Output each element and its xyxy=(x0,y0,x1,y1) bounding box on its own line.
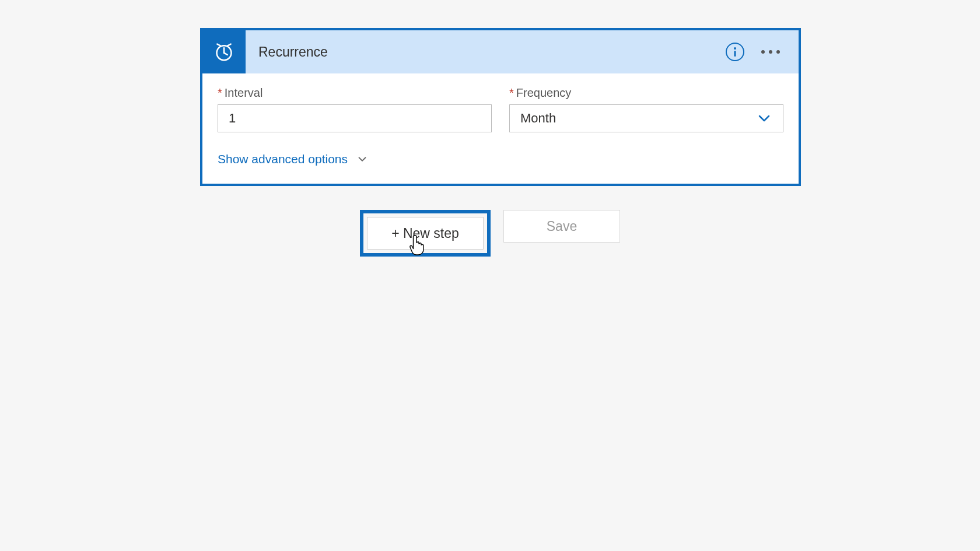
new-step-label: + New step xyxy=(391,226,459,241)
card-header-actions xyxy=(725,42,799,62)
new-step-button[interactable]: + New step xyxy=(367,217,484,250)
interval-label: *Interval xyxy=(218,86,492,100)
show-advanced-options-link[interactable]: Show advanced options xyxy=(218,152,369,166)
svg-line-3 xyxy=(217,44,221,46)
frequency-label: *Frequency xyxy=(509,86,783,100)
interval-input[interactable]: 1 xyxy=(218,104,492,132)
required-mark: * xyxy=(509,86,514,99)
frequency-field: *Frequency Month xyxy=(509,86,783,132)
info-icon[interactable] xyxy=(725,42,745,62)
card-header: Recurrence xyxy=(202,30,799,73)
svg-line-4 xyxy=(227,44,231,46)
svg-line-2 xyxy=(224,53,228,55)
more-icon[interactable] xyxy=(758,42,783,62)
svg-rect-7 xyxy=(734,51,736,57)
save-button[interactable]: Save xyxy=(503,210,620,243)
advanced-link-label: Show advanced options xyxy=(218,152,348,166)
interval-field: *Interval 1 xyxy=(218,86,492,132)
new-step-highlight: + New step xyxy=(360,210,491,257)
svg-point-6 xyxy=(734,47,736,50)
required-mark: * xyxy=(218,86,222,99)
frequency-select[interactable]: Month xyxy=(509,104,783,132)
chevron-down-icon xyxy=(756,110,772,127)
card-title: Recurrence xyxy=(258,44,725,60)
recurrence-card: Recurrence *Interval xyxy=(200,28,801,186)
card-body: *Interval 1 *Frequency Month xyxy=(202,73,799,184)
frequency-value: Month xyxy=(520,111,556,126)
save-label: Save xyxy=(547,219,577,234)
actions-row: + New step Save xyxy=(0,210,980,257)
clock-icon xyxy=(202,30,246,73)
interval-value: 1 xyxy=(229,111,236,126)
chevron-down-icon xyxy=(356,153,369,166)
